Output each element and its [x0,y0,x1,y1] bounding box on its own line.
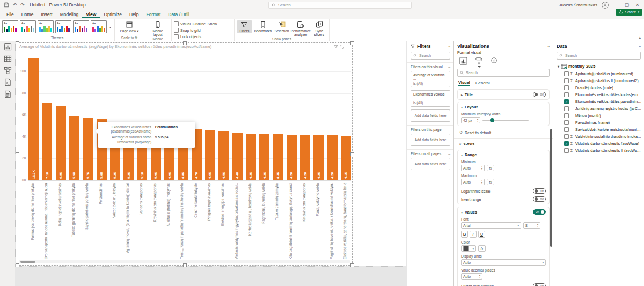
bar[interactable]: 4.5K [218,131,229,180]
add-data-fields-dropzone[interactable]: Add data fields here [411,134,450,146]
bar[interactable]: 5.9K [69,116,79,180]
avatar[interactable] [602,2,609,9]
checkbox-visual-gridline-show[interactable]: Visual_Gridline_Show [174,21,232,26]
bar[interactable]: 4.3K [273,134,283,180]
save-icon[interactable] [4,2,9,8]
stepper-arrows[interactable]: ▴▾ [476,118,478,122]
analytics-icon[interactable] [491,57,499,67]
data-search-input[interactable]: Search [557,52,641,60]
bold-button[interactable]: B [461,231,468,238]
reset-to-default[interactable]: ↺ Reset to default [454,128,553,137]
y-axis-section-header[interactable]: ▾ Y-axis [454,138,553,148]
resize-handle[interactable] [350,263,354,267]
bar[interactable]: 6.8K [56,106,66,180]
menu-item-help[interactable]: Help [126,11,142,18]
min-category-width-input[interactable]: 42 px ▴▾ [461,117,480,123]
menu-item-data-drill[interactable]: Data / Drill [164,11,193,18]
chevron-down-icon[interactable]: ▾ [461,210,463,214]
chevron-down-icon[interactable]: ▾ [461,105,463,109]
menu-item-insert[interactable]: Insert [37,11,56,18]
bar[interactable]: 4.3K [246,134,256,180]
resize-handle[interactable] [16,152,19,156]
field-checkbox[interactable] [564,113,569,118]
field-checkbox[interactable] [564,120,569,125]
checkbox-lock-objects[interactable]: Lock objects [174,34,232,39]
theme-thumbnail[interactable]: Aa [20,20,36,33]
bar[interactable]: 4.1K [341,136,351,180]
bar[interactable]: 4.3K [259,134,269,180]
min-category-width-slider[interactable] [482,118,529,123]
chevron-down-icon[interactable]: ▾ [461,153,463,157]
bar[interactable]: 4.4K [232,133,243,180]
resize-handle[interactable] [16,263,19,267]
field-checkbox[interactable] [564,106,569,111]
table-view-icon[interactable] [0,53,15,64]
mobile-layout-button[interactable]: Mobile layout [147,20,169,37]
collapse-pane-icon[interactable]: » [448,44,450,49]
chevron-right-icon[interactable]: ▸ [461,93,463,97]
resize-handle[interactable] [16,41,19,45]
menu-item-file[interactable]: File [3,11,18,18]
redo-icon[interactable]: ↷ [20,2,24,8]
font-size-input[interactable]: 8 ▴▾ [523,222,540,229]
bar[interactable]: 7.1K [42,103,52,180]
theme-thumbnail[interactable]: Aa [38,20,54,33]
menu-item-view[interactable]: View [82,11,100,18]
field-checkbox[interactable] [564,78,569,83]
fx-button[interactable]: fx [487,179,494,185]
italic-button[interactable]: I [470,231,477,238]
filter-card[interactable]: Ekonominės veiklos ...is (All) [411,90,450,107]
resize-handle[interactable] [350,41,354,45]
minimum-input[interactable]: Auto ▴▾ [461,165,485,171]
menu-item-optimize[interactable]: Optimize [100,11,126,18]
resize-handle[interactable] [350,152,354,156]
bar[interactable]: 4.2K [327,135,338,180]
checkbox-box[interactable] [174,28,179,33]
model-view-icon[interactable] [0,64,15,76]
selection-pane-button[interactable]: Selection [274,20,290,33]
collapse-pane-icon[interactable]: » [639,44,641,49]
field-checkbox[interactable] [564,71,569,76]
checkbox-snap-to-grid[interactable]: Snap to grid [174,28,232,33]
switch-axis-toggle[interactable]: Off [533,283,546,286]
fx-button[interactable]: fx [487,165,494,171]
filters-search-input[interactable]: Search [411,52,450,60]
add-data-fields-dropzone[interactable]: Add data fields here [411,158,450,170]
field-row[interactable]: ΣVidutinis darbo užmokestis II (avgWage2… [553,147,644,154]
field-checkbox[interactable] [564,85,569,90]
format-search-input[interactable]: Search [457,69,550,77]
menu-item-home[interactable]: Home [18,11,38,18]
filter-card[interactable]: Average of Vidutinis ...is (All) [411,71,450,87]
share-button[interactable]: Share ▾ [616,9,642,16]
invert-range-toggle[interactable]: Off [533,196,546,202]
field-row[interactable]: Ekonominės veiklos rūšies kodas(ecoActCo… [553,91,644,98]
field-row[interactable]: ✓ΣVidutinis darbo užmokestis (avgWage) [553,140,644,147]
sync-slicers-pane-button[interactable]: Sync slicers [311,20,327,37]
theme-thumbnail[interactable]: Aa [73,20,89,33]
maximum-input[interactable]: Auto ▴▾ [461,179,485,185]
field-checkbox[interactable] [564,134,569,139]
more-options-icon[interactable]: … [544,80,549,85]
title-toggle[interactable]: Off [533,92,546,97]
minimize-button[interactable]: – [613,2,619,8]
bar[interactable]: 4.2K [287,135,297,180]
visual-hscrollbar-thumb[interactable] [20,261,35,263]
visual-hscrollbar[interactable] [19,260,350,263]
color-picker[interactable]: ▾ [461,245,476,252]
tab-visual[interactable]: Visual [458,80,470,86]
close-button[interactable]: × [634,2,641,8]
tab-general[interactable]: General [475,80,490,85]
bookmarks-pane-button[interactable]: Bookmarks [253,20,273,33]
format-visual-icon[interactable] [475,57,483,67]
report-view-icon[interactable] [0,41,15,53]
collapse-pane-icon[interactable]: » [547,44,550,49]
bar[interactable]: 5.7K [83,118,93,180]
field-checkbox[interactable]: ✓ [564,99,569,104]
menu-item-modeling[interactable]: Modeling [56,11,83,18]
bar[interactable]: 11.2K [28,58,39,180]
section-collapse-icon[interactable]: – [448,152,450,156]
field-row[interactable]: Mėnuo (month) [553,112,644,119]
resize-handle[interactable] [183,263,187,267]
page-view-button[interactable]: Page view ▾ [117,20,142,33]
field-checkbox[interactable]: ✓ [564,141,569,146]
